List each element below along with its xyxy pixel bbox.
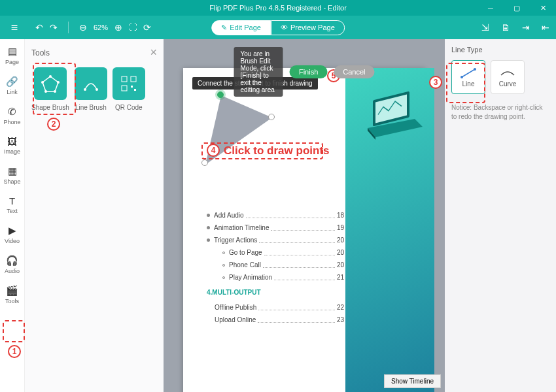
crop-mark — [324, 387, 334, 392]
sidebar-item-phone[interactable]: ✆Phone — [3, 106, 22, 125]
menu-icon[interactable]: ≡ — [7, 21, 22, 35]
svg-line-18 — [462, 69, 475, 77]
save-icon[interactable]: 🗎 — [501, 22, 510, 33]
undo-icon[interactable]: ↶ — [35, 22, 43, 33]
main-toolbar: ≡ ↶ ↷ ⊖ 62% ⊕ ⛶ ⟳ ✎ Edit Page 👁 Preview … — [0, 16, 556, 39]
qr-code-card[interactable]: QR Code — [113, 67, 145, 111]
tools-icon: 🎬 — [6, 285, 18, 297]
left-sidebar: ▤Page 🔗Link ✆Phone 🖼Image ▦Shape TText ▶… — [0, 39, 25, 392]
image-icon: 🖼 — [7, 136, 17, 147]
polygon-start-handle[interactable] — [217, 91, 224, 98]
canvas-area[interactable]: You are in Brush Edit Mode, click [Finis… — [164, 39, 445, 392]
show-timeline-button[interactable]: Show Timeline — [384, 374, 441, 388]
shape-icon: ▦ — [8, 165, 17, 177]
svg-rect-11 — [131, 86, 133, 88]
tools-panel-title: Tools — [31, 48, 50, 57]
phone-icon: ✆ — [8, 106, 16, 118]
polygon-handle[interactable] — [268, 114, 275, 120]
svg-point-19 — [460, 76, 463, 78]
refresh-icon[interactable]: ⟳ — [143, 22, 151, 33]
title-bar: Flip PDF Plus Pro 4.8.5 Registered - Edi… — [0, 0, 556, 16]
line-type-line[interactable]: Line — [451, 60, 485, 94]
line-brush-card[interactable]: Line Brush — [75, 67, 107, 111]
svg-point-20 — [474, 68, 476, 71]
minimize-button[interactable]: ─ — [478, 0, 504, 16]
annotation-text-4: Click to draw points — [224, 144, 330, 157]
svg-point-4 — [44, 90, 47, 93]
drawn-polygon[interactable] — [196, 88, 288, 179]
zoom-in-icon[interactable]: ⊕ — [114, 22, 122, 33]
svg-rect-12 — [134, 89, 136, 91]
export-icon[interactable]: ⇤ — [542, 22, 549, 33]
text-icon: T — [9, 195, 15, 206]
pencil-icon: ✎ — [221, 24, 227, 32]
line-type-curve[interactable]: Curve — [491, 60, 525, 94]
polygon-handle[interactable] — [201, 159, 208, 166]
close-button[interactable]: ✕ — [530, 0, 556, 16]
line-icon — [460, 67, 477, 79]
qr-icon — [119, 74, 139, 93]
fit-icon[interactable]: ⛶ — [129, 23, 137, 32]
sidebar-item-video[interactable]: ▶Video — [3, 225, 22, 244]
link-icon: 🔗 — [6, 76, 18, 88]
app-title: Flip PDF Plus Pro 4.8.5 Registered - Edi… — [209, 4, 347, 12]
pentagon-icon — [41, 74, 60, 93]
annotation-num-2: 2 — [47, 118, 60, 131]
zoom-level[interactable]: 62% — [94, 24, 108, 31]
toc-heading: 4.MULTI-OUTPUT — [207, 286, 344, 299]
brush-mode-message: You are in Brush Edit Mode, click [Finis… — [234, 47, 283, 97]
cancel-button[interactable]: Cancel — [334, 65, 374, 78]
zoom-out-icon[interactable]: ⊖ — [79, 22, 87, 33]
finish-button[interactable]: Finish — [290, 65, 327, 78]
sidebar-item-image[interactable]: 🖼Image — [3, 136, 22, 155]
redo-icon[interactable]: ↷ — [50, 22, 58, 33]
sidebar-item-link[interactable]: 🔗Link — [3, 76, 22, 95]
video-icon: ▶ — [9, 225, 16, 237]
preview-page-button[interactable]: 👁 Preview Page — [271, 20, 345, 35]
annotation-num-1: 1 — [8, 345, 21, 358]
edit-page-button[interactable]: ✎ Edit Page — [211, 20, 271, 35]
shape-brush-card[interactable]: Shape Brush — [31, 67, 69, 111]
import-icon[interactable]: ⇥ — [522, 22, 530, 33]
curve-type-icon — [499, 67, 516, 79]
svg-rect-8 — [122, 76, 127, 82]
svg-point-1 — [49, 75, 52, 78]
page-icon: ▤ — [8, 46, 17, 57]
tools-panel: Tools × Shape Brush Line Brush QR Code — [25, 39, 164, 392]
svg-point-7 — [96, 88, 98, 91]
sidebar-item-page[interactable]: ▤Page — [3, 46, 22, 65]
annotation-num-4: 4 — [207, 144, 220, 157]
close-panel-icon[interactable]: × — [150, 46, 157, 59]
curve-icon — [81, 74, 101, 93]
page-preview: Connect the start point to finish drawin… — [183, 68, 425, 392]
svg-rect-10 — [122, 86, 127, 91]
line-type-notice: Notice: Backspace or right-click to redo… — [451, 103, 549, 122]
line-type-title: Line Type — [451, 46, 549, 54]
audio-icon: 🎧 — [6, 255, 18, 267]
eye-icon: 👁 — [281, 24, 288, 31]
sidebar-item-audio[interactable]: 🎧Audio — [3, 255, 22, 274]
svg-point-5 — [41, 81, 44, 84]
svg-point-3 — [54, 90, 56, 93]
maximize-button[interactable]: ▢ — [504, 0, 530, 16]
sidebar-item-tools[interactable]: 🎬Tools — [3, 285, 22, 304]
svg-rect-9 — [131, 76, 136, 82]
sidebar-item-text[interactable]: TText — [3, 195, 22, 214]
svg-point-2 — [57, 81, 60, 84]
svg-point-6 — [84, 88, 86, 91]
sidebar-item-shape[interactable]: ▦Shape — [3, 165, 22, 185]
crop-mark — [186, 387, 195, 392]
annotation-num-3: 3 — [429, 76, 442, 89]
line-type-panel: Line Type Line Curve Notice: Backspace o… — [445, 39, 556, 392]
page-toc: Add Audio18 Animation Timeline19 Trigger… — [207, 209, 344, 326]
svg-marker-0 — [43, 76, 58, 91]
brush-mode-bar: You are in Brush Edit Mode, click [Finis… — [234, 47, 375, 97]
collapse-icon[interactable]: ⇲ — [481, 22, 489, 33]
